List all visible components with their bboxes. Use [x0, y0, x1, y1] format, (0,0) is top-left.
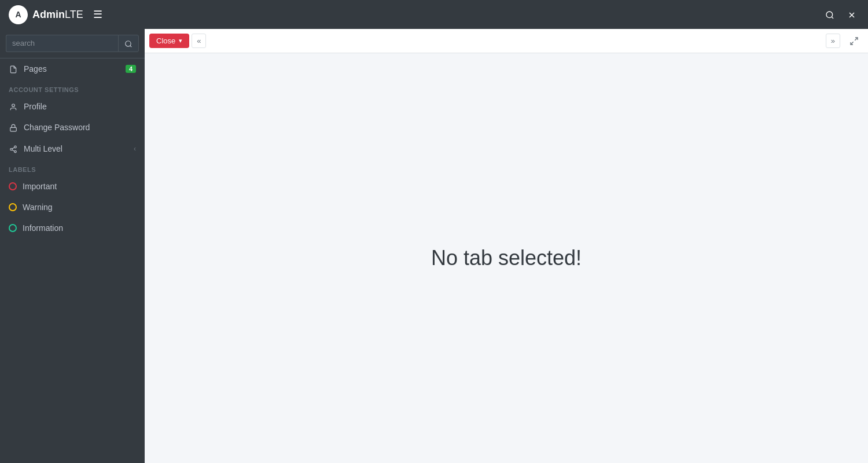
lock-icon — [9, 123, 18, 132]
sidebar-item-information[interactable]: Information — [0, 218, 145, 238]
multi-level-label: Multi Level — [24, 144, 62, 153]
share-icon — [9, 144, 18, 153]
file-icon — [9, 64, 18, 74]
sidebar-item-important[interactable]: Important — [0, 176, 145, 197]
close-label: Close — [156, 36, 175, 45]
search-input[interactable] — [6, 35, 118, 52]
nav-item-information-left: Information — [9, 223, 63, 233]
brand-text-thin: LTE — [65, 9, 83, 20]
svg-point-0 — [826, 12, 833, 18]
nav-item-warning-left: Warning — [9, 203, 53, 212]
sidebar: Pages 4 ACCOUNT SETTINGS Profile — [0, 29, 145, 463]
sidebar-toggle-button[interactable]: ☰ — [90, 5, 105, 24]
brand: A AdminLTE — [9, 5, 83, 24]
brand-logo: A — [9, 5, 28, 24]
nav-item-multilevel-left: Multi Level — [9, 144, 62, 153]
svg-point-4 — [126, 41, 131, 46]
sidebar-item-change-password[interactable]: Change Password — [0, 117, 145, 138]
labels-section-title: LABELS — [0, 159, 145, 176]
collapse-right-icon: » — [831, 36, 835, 45]
pages-label: Pages — [24, 64, 47, 74]
main-wrapper: Pages 4 ACCOUNT SETTINGS Profile — [0, 29, 868, 463]
multi-level-collapse-icon: ‹ — [134, 145, 136, 153]
main-content: No tab selected! — [145, 53, 868, 463]
collapse-left-icon: « — [197, 36, 201, 45]
nav-item-pages-left: Pages — [9, 64, 47, 74]
brand-text: AdminLTE — [32, 9, 83, 21]
navbar-left: A AdminLTE ☰ — [9, 5, 105, 24]
close-dropdown-icon: ▾ — [179, 37, 182, 45]
nav-item-profile-left: Profile — [9, 102, 47, 111]
expand-button[interactable] — [845, 34, 863, 48]
svg-line-12 — [12, 148, 14, 149]
search-form — [6, 35, 139, 52]
sidebar-item-pages[interactable]: Pages 4 — [0, 58, 145, 79]
profile-label: Profile — [24, 102, 47, 111]
information-dot-icon — [9, 224, 17, 232]
close-window-button[interactable] — [844, 6, 859, 23]
svg-point-10 — [14, 150, 17, 153]
svg-line-13 — [855, 38, 858, 41]
svg-line-14 — [851, 42, 854, 45]
sidebar-search — [0, 29, 145, 58]
tab-bar-left: Close ▾ « — [149, 34, 206, 48]
sidebar-item-profile[interactable]: Profile — [0, 96, 145, 117]
svg-line-1 — [832, 17, 833, 19]
search-button[interactable] — [822, 6, 837, 23]
navbar-right — [822, 6, 859, 23]
information-label: Information — [23, 223, 63, 233]
svg-line-5 — [130, 45, 132, 47]
navbar: A AdminLTE ☰ — [0, 0, 868, 29]
nav-item-password-left: Change Password — [9, 123, 90, 132]
svg-line-11 — [12, 150, 14, 151]
svg-rect-7 — [10, 128, 17, 131]
svg-point-6 — [12, 104, 15, 107]
tab-bar-right: » — [826, 34, 863, 48]
important-dot-icon — [9, 182, 17, 190]
content-area: Close ▾ « » No t — [145, 29, 868, 463]
collapse-left-button[interactable]: « — [192, 34, 206, 48]
warning-label: Warning — [23, 203, 53, 212]
important-label: Important — [23, 182, 57, 191]
brand-text-bold: Admin — [32, 9, 65, 20]
change-password-label: Change Password — [24, 123, 90, 132]
svg-point-9 — [10, 148, 13, 150]
pages-badge: 4 — [126, 65, 136, 73]
tab-bar: Close ▾ « » — [145, 29, 868, 53]
sidebar-item-multi-level[interactable]: Multi Level ‹ — [0, 138, 145, 159]
search-submit-button[interactable] — [118, 35, 139, 52]
account-settings-section-title: ACCOUNT SETTINGS — [0, 79, 145, 96]
sidebar-navigation: Pages 4 ACCOUNT SETTINGS Profile — [0, 58, 145, 463]
sidebar-item-warning[interactable]: Warning — [0, 197, 145, 218]
close-button[interactable]: Close ▾ — [149, 34, 189, 48]
no-tab-message: No tab selected! — [431, 246, 582, 270]
svg-point-8 — [14, 146, 17, 148]
warning-dot-icon — [9, 203, 17, 211]
person-icon — [9, 102, 18, 111]
collapse-right-button[interactable]: » — [826, 34, 840, 48]
nav-item-important-left: Important — [9, 182, 57, 191]
